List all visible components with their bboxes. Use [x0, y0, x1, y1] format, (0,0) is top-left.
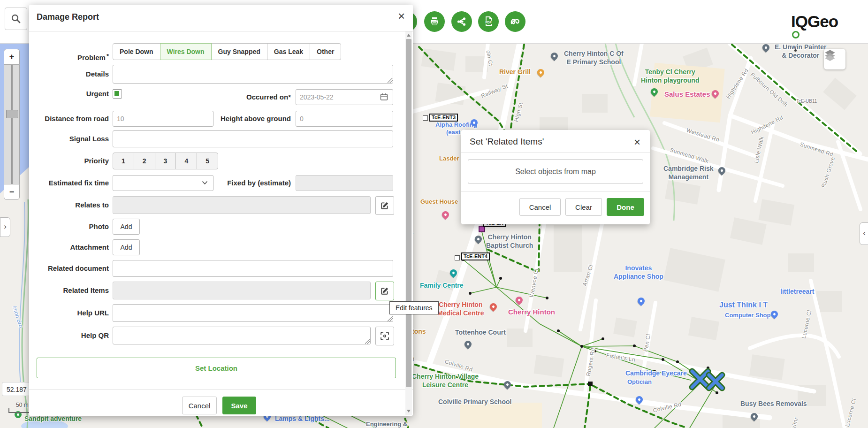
map-label: Tottenhoe Court — [455, 329, 506, 337]
occurred-on-input[interactable] — [296, 89, 393, 105]
help-url-input[interactable] — [113, 304, 393, 322]
problem-option-other[interactable]: Other — [310, 43, 341, 60]
priority-button-group: 12345 — [113, 153, 218, 169]
map-label: Salus Estates — [664, 90, 710, 99]
problem-option-wires-down[interactable]: Wires Down — [160, 43, 212, 60]
map-label: Engineering & — [366, 420, 407, 428]
iqgeo-logo-ring — [792, 31, 799, 38]
details-label: Details — [29, 65, 109, 84]
urgent-label: Urgent — [29, 89, 109, 99]
cancel-button[interactable]: Cancel — [182, 397, 217, 414]
map-label: Optician — [627, 378, 652, 386]
iqgeo-logo-dot — [794, 49, 797, 52]
related-document-input[interactable] — [113, 260, 393, 277]
map-zoom-control: + − — [4, 49, 20, 200]
feature-anchor-square — [423, 115, 428, 121]
popup-footer: Cancel Clear Done — [519, 198, 644, 216]
scroll-down-icon[interactable] — [407, 410, 411, 413]
details-resize-grip[interactable] — [388, 78, 393, 83]
selected-object-x-marker — [692, 371, 708, 387]
popup-title: Set 'Related Items' — [470, 137, 544, 147]
squiggle-icon — [509, 15, 521, 28]
height-above-ground-input[interactable] — [296, 111, 393, 127]
pdf-icon: PDF — [482, 15, 495, 28]
edit-icon — [381, 201, 389, 210]
share-icon — [456, 16, 467, 27]
print-icon — [429, 16, 440, 27]
priority-option-4[interactable]: 4 — [175, 153, 197, 169]
dialog-scrollbar[interactable] — [405, 31, 412, 415]
zoom-slider-track[interactable] — [4, 65, 20, 184]
draw-button[interactable] — [505, 11, 525, 32]
search-button[interactable] — [5, 8, 27, 30]
help-qr-resize-grip[interactable] — [365, 339, 370, 344]
right-panel-expander[interactable]: ‹ — [860, 222, 868, 245]
fixed-by-label: Fixed by (estimate) — [217, 175, 291, 191]
popup-clear-button[interactable]: Clear — [565, 198, 602, 216]
select-objects-from-map-button[interactable]: Select objects from map — [468, 159, 643, 184]
help-qr-input[interactable] — [113, 327, 371, 344]
details-input[interactable] — [113, 65, 393, 84]
help-url-resize-grip[interactable] — [388, 316, 393, 321]
popup-done-button[interactable]: Done — [607, 198, 644, 216]
priority-option-2[interactable]: 2 — [134, 153, 155, 169]
related-items-edit-button[interactable] — [375, 282, 394, 300]
print-button[interactable] — [424, 11, 445, 32]
map-label: TcE-UB11 — [796, 99, 817, 105]
signal-loss-input[interactable] — [113, 130, 393, 147]
dialog-title: Damage Report — [37, 12, 99, 22]
map-label: Sandpit adventure — [24, 415, 82, 423]
export-pdf-button[interactable]: PDF — [478, 11, 499, 32]
map-label: Lamps & Lights... — [275, 415, 330, 423]
help-qr-scan-button[interactable] — [375, 327, 394, 345]
attachment-label: Attachment — [29, 239, 109, 255]
dialog-close-button[interactable]: × — [398, 11, 405, 21]
divider — [461, 191, 650, 192]
relates-to-edit-button[interactable] — [375, 196, 394, 215]
search-icon — [10, 13, 22, 24]
edit-features-tooltip: Edit features — [389, 301, 439, 314]
problem-option-guy-snapped[interactable]: Guy Snapped — [211, 43, 267, 60]
map-label: Cherry Hinton Baptist Church — [486, 233, 533, 250]
map-label: Cherry Hinton Village Leisure Centre — [412, 373, 479, 389]
attachment-add-button[interactable]: Add — [113, 239, 140, 255]
distance-from-road-input[interactable] — [113, 111, 213, 127]
distance-from-road-label: Distance from road — [29, 111, 109, 127]
save-button[interactable]: Save — [222, 397, 256, 414]
problem-option-gas-leak[interactable]: Gas Leak — [267, 43, 310, 60]
left-panel-expander[interactable]: › — [0, 217, 10, 237]
help-url-label: Help URL — [29, 304, 109, 322]
zoom-slider-handle[interactable] — [6, 110, 18, 118]
share-button[interactable] — [451, 11, 472, 32]
relates-to-label: Relates to — [29, 196, 109, 214]
zoom-in-button[interactable]: + — [4, 49, 20, 65]
set-location-button[interactable]: Set Location — [37, 358, 396, 378]
priority-option-5[interactable]: 5 — [197, 153, 218, 169]
scroll-up-icon[interactable] — [407, 34, 411, 37]
related-document-label: Related document — [29, 260, 109, 277]
priority-option-3[interactable]: 3 — [155, 153, 176, 169]
divider — [29, 31, 413, 31]
estimated-fix-time-select[interactable] — [113, 175, 213, 191]
scrollbar-thumb[interactable] — [406, 39, 411, 387]
popup-close-button[interactable]: × — [634, 138, 640, 147]
map-label: River Grill — [499, 68, 531, 76]
problem-option-pole-down[interactable]: Pole Down — [113, 43, 160, 60]
photo-label: Photo — [29, 219, 109, 235]
zoom-out-button[interactable]: − — [4, 184, 20, 200]
map-label: Inovates Appliance Shop — [614, 264, 663, 281]
urgent-checkbox[interactable] — [113, 89, 122, 99]
priority-option-1[interactable]: 1 — [113, 153, 134, 169]
qr-scan-icon — [380, 331, 389, 341]
estimated-fix-time-label: Estimated fix time — [29, 175, 109, 191]
scale-label: 50 m — [16, 402, 29, 408]
popup-cancel-button[interactable]: Cancel — [519, 198, 561, 216]
map-label: Cambridge Eyecare — [625, 369, 687, 378]
help-qr-label: Help QR — [29, 327, 109, 344]
photo-add-button[interactable]: Add — [113, 219, 140, 235]
map-label: Cherry Hinton — [508, 308, 555, 317]
iqgeo-logo: IQGeo — [791, 12, 844, 55]
edit-icon — [381, 287, 389, 295]
map-label: Guest House — [420, 198, 458, 206]
map-label: Family Centre — [420, 282, 464, 290]
